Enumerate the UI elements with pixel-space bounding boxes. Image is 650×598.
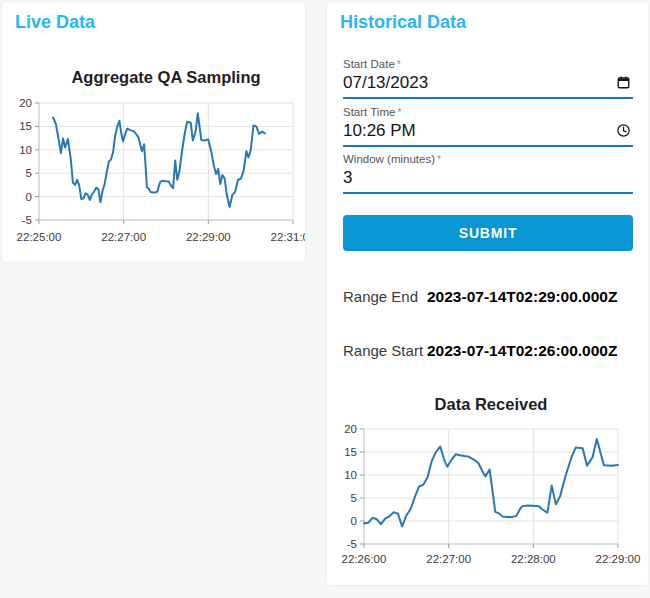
historical-data-title: Historical Data [340, 12, 466, 33]
data-line [364, 439, 618, 526]
y-tick-label: 0 [351, 515, 357, 527]
range-start-value: 2023-07-14T02:26:00.000Z [427, 342, 617, 360]
submit-button[interactable]: SUBMIT [343, 215, 633, 251]
clock-icon[interactable] [616, 123, 631, 138]
y-tick-label: 0 [26, 191, 32, 203]
y-tick-label: 5 [351, 492, 357, 504]
x-tick-label: 22:27:00 [426, 553, 471, 565]
y-tick-label: -5 [22, 214, 32, 226]
chart-title: Aggregate QA Sampling [71, 68, 260, 86]
x-tick-label: 22:28:00 [511, 553, 556, 565]
historical-data-panel: Historical Data Start Date* Start Time* … [327, 2, 648, 585]
start-date-label: Start Date* [343, 58, 633, 70]
live-data-title: Live Data [15, 12, 95, 33]
y-tick-label: 20 [19, 97, 32, 109]
x-tick-label: 22:25:00 [17, 231, 62, 243]
start-date-input[interactable] [343, 71, 633, 99]
aggregate-qa-sampling-chart: 20151050-522:25:0022:27:0022:29:0022:31:… [2, 2, 305, 262]
chart-title: Data Received [435, 395, 548, 413]
start-date-field: Start Date* [343, 58, 633, 99]
y-tick-label: -5 [347, 538, 357, 550]
required-asterisk: * [397, 107, 401, 118]
window-minutes-label: Window (minutes)* [343, 153, 633, 165]
live-data-panel: Live Data 20151050-522:25:0022:27:0022:2… [2, 2, 305, 262]
x-tick-label: 22:26:00 [342, 553, 387, 565]
y-tick-label: 20 [344, 423, 357, 435]
start-time-label: Start Time* [343, 106, 633, 118]
range-end-value: 2023-07-14T02:29:00.000Z [427, 288, 617, 306]
y-tick-label: 10 [344, 469, 357, 481]
required-asterisk: * [397, 59, 401, 70]
start-time-field: Start Time* [343, 106, 633, 147]
start-time-input[interactable] [343, 119, 633, 147]
x-tick-label: 22:27:00 [101, 231, 146, 243]
range-start-row: Range Start 2023-07-14T02:26:00.000Z [343, 342, 617, 360]
dashboard: { "live_panel": { "title": "Live Data" }… [0, 0, 650, 598]
required-asterisk: * [437, 154, 441, 165]
data-line [53, 113, 265, 207]
y-tick-label: 10 [19, 144, 32, 156]
window-minutes-input[interactable] [343, 166, 633, 194]
x-tick-label: 22:29:00 [596, 553, 641, 565]
range-end-row: Range End 2023-07-14T02:29:00.000Z [343, 288, 617, 306]
x-tick-label: 22:29:00 [186, 231, 231, 243]
y-tick-label: 15 [344, 446, 357, 458]
range-start-label: Range Start [343, 342, 427, 359]
y-tick-label: 15 [19, 120, 32, 132]
window-minutes-field: Window (minutes)* [343, 153, 633, 194]
range-end-label: Range End [343, 288, 427, 305]
calendar-icon[interactable] [616, 75, 631, 90]
y-tick-label: 5 [26, 167, 32, 179]
x-tick-label: 22:31:00 [271, 231, 305, 243]
